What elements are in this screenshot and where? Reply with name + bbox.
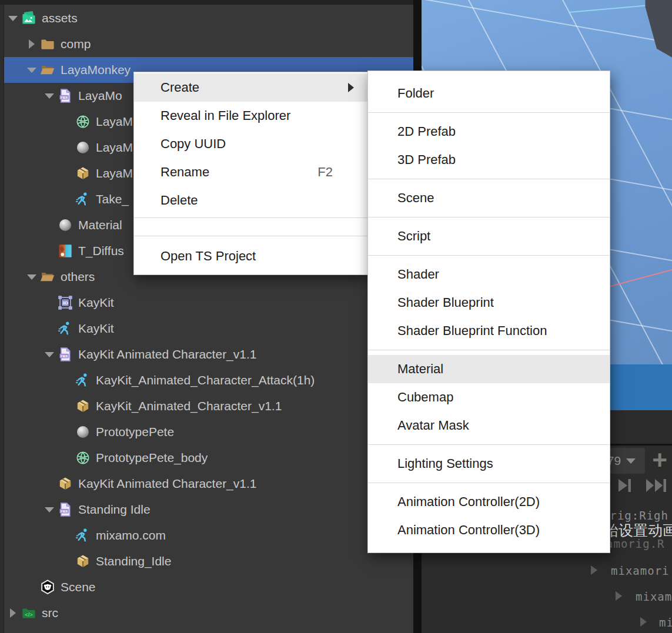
tree-item-scene[interactable]: Scene (0, 574, 413, 600)
bone-tree-item[interactable]: mixamori (611, 564, 670, 577)
tree-item-kaykit-prefab[interactable]: KayKit_Animated_Character_v1.1 (0, 393, 413, 419)
svg-text:3D: 3D (62, 300, 68, 306)
caret-down-icon (45, 93, 54, 99)
tree-item-src[interactable]: </> src (0, 600, 413, 626)
tree-item-prototypepete-body[interactable]: PrototypePete_body (0, 445, 413, 471)
menu-item-copy-uuid[interactable]: Copy UUID (134, 130, 368, 158)
scene-icon (40, 580, 55, 595)
menu-separator (134, 217, 368, 218)
panel-left-strip (0, 5, 4, 633)
menu-item-rename[interactable]: Rename F2 (134, 158, 368, 186)
submenu-item-avatar-mask[interactable]: Avatar Mask (368, 411, 610, 440)
tree-item-label: PrototypePete_body (96, 451, 208, 465)
submenu-item-shader-blueprint-function[interactable]: Shader Blueprint Function (368, 317, 610, 345)
menu-item-label: Animation Controller(3D) (397, 523, 540, 538)
tree-item-kaykit-attack[interactable]: KayKit_Animated_Character_Attack(1h) (0, 367, 413, 393)
tree-item-standing-idle-fbx[interactable]: FBX Standing Idle (0, 497, 413, 523)
menu-item-label: Lighting Settings (397, 456, 493, 471)
shortcut-label: F2 (317, 165, 333, 180)
expand-caret[interactable] (24, 39, 40, 49)
svg-text:</>: </> (25, 611, 33, 618)
tree-item-comp[interactable]: comp (0, 31, 413, 57)
menu-item-label: Open TS Project (161, 249, 256, 264)
tree-item-label: mixamo.com (96, 528, 166, 542)
tree-item-label: Material (78, 218, 122, 232)
expand-caret[interactable] (41, 507, 58, 513)
submenu-item-lighting-settings[interactable]: Lighting Settings (368, 450, 610, 478)
submenu-item-animation-controller-2d[interactable]: Animation Controller(2D) (368, 488, 610, 516)
mesh-icon (75, 114, 91, 129)
submenu-group: Lighting Settings (368, 444, 610, 483)
tree-item-label: LayaMonkey (61, 63, 131, 77)
texture-icon (58, 243, 73, 259)
expand-caret[interactable] (41, 352, 58, 357)
tree-item-label: Standing Idle (78, 503, 151, 517)
caret-right-icon[interactable] (616, 591, 622, 601)
step-forward-button[interactable] (614, 476, 636, 497)
submenu-item-cubemap[interactable]: Cubemap (368, 383, 610, 411)
submenu-item-script[interactable]: Script (368, 222, 610, 250)
expand-caret[interactable] (41, 93, 58, 99)
menu-item-label: Scene (397, 190, 434, 206)
bone-tree-item[interactable]: mi (659, 616, 672, 629)
tree-item-kaykit-fbx[interactable]: FBX KayKit Animated Character_v1.1 (0, 341, 413, 367)
code-folder-icon: </> (21, 605, 36, 621)
tree-item-kaykit-character-prefab[interactable]: KayKit Animated Character_v1.1 (0, 471, 413, 497)
submenu-group: Folder (368, 75, 610, 112)
expand-caret[interactable] (24, 68, 40, 73)
tree-item-standing-idle-prefab[interactable]: Standing_Idle (0, 548, 413, 574)
tree-item-label: LayaM (96, 166, 133, 180)
menu-separator (134, 236, 368, 236)
menu-item-open-ts-project[interactable]: Open TS Project (134, 239, 368, 273)
caret-down-icon (8, 16, 18, 21)
tree-item-label: PrototypePete (96, 425, 174, 439)
tree-item-label: src (42, 606, 58, 620)
menu-item-create[interactable]: Create (134, 73, 368, 102)
scene-object[interactable] (596, 0, 672, 68)
menu-item-label: Delete (161, 193, 198, 208)
animation-icon (75, 528, 91, 543)
submenu-item-folder[interactable]: Folder (368, 79, 610, 108)
folder-icon (40, 36, 55, 52)
submenu-item-material[interactable]: Material (368, 355, 610, 383)
tree-item-mixamo-com[interactable]: mixamo.com (0, 523, 413, 548)
submenu-item-scene[interactable]: Scene (368, 184, 610, 212)
open-folder-icon (40, 269, 55, 284)
tree-item-kaykit-animation[interactable]: KayKit (0, 316, 413, 341)
fbx-file-icon: FBX (58, 347, 73, 362)
mesh-icon (75, 450, 91, 465)
submenu-item-3d-prefab[interactable]: 3D Prefab (368, 146, 610, 174)
expand-caret[interactable] (5, 608, 21, 618)
tree-item-prototypepete[interactable]: PrototypePete (0, 419, 413, 445)
menu-gap (134, 221, 368, 233)
submenu-item-shader-blueprint[interactable]: Shader Blueprint (368, 289, 610, 317)
menu-item-label: Copy UUID (161, 136, 226, 152)
tree-item-label: others (61, 270, 95, 284)
animation-icon (58, 321, 73, 336)
caret-right-icon[interactable] (591, 565, 597, 575)
fast-forward-button[interactable] (644, 476, 671, 497)
tree-item-kaykit-3d[interactable]: 3D KayKit (0, 290, 413, 316)
menu-item-label: Shader Blueprint (397, 295, 494, 310)
caret-right-icon[interactable] (640, 617, 647, 627)
svg-text:FBX: FBX (61, 354, 68, 358)
tree-item-label: T_Diffus (78, 244, 124, 258)
submenu-item-animation-controller-3d[interactable]: Animation Controller(3D) (368, 516, 610, 544)
submenu-item-2d-prefab[interactable]: 2D Prefab (368, 118, 610, 146)
material-sphere-icon (75, 424, 91, 440)
fbx-file-icon: FBX (58, 88, 73, 103)
svg-text:FBX: FBX (61, 509, 68, 513)
tree-item-assets[interactable]: assets (0, 5, 413, 31)
tree-item-label: LayaM (96, 140, 133, 155)
submenu-item-shader[interactable]: Shader (368, 260, 610, 289)
tree-item-label: assets (42, 11, 78, 25)
add-button[interactable]: + (647, 444, 672, 476)
submenu-group: Scene (368, 179, 610, 217)
expand-caret[interactable] (5, 16, 21, 21)
menu-item-delete[interactable]: Delete (134, 186, 368, 215)
expand-caret[interactable] (24, 274, 40, 280)
menu-item-label: 2D Prefab (397, 124, 456, 139)
bone-tree-item[interactable]: mixam (636, 590, 672, 603)
menu-item-reveal-in-file-explorer[interactable]: Reveal in File Explorer (134, 102, 368, 130)
panel-top-bar (0, 0, 413, 5)
